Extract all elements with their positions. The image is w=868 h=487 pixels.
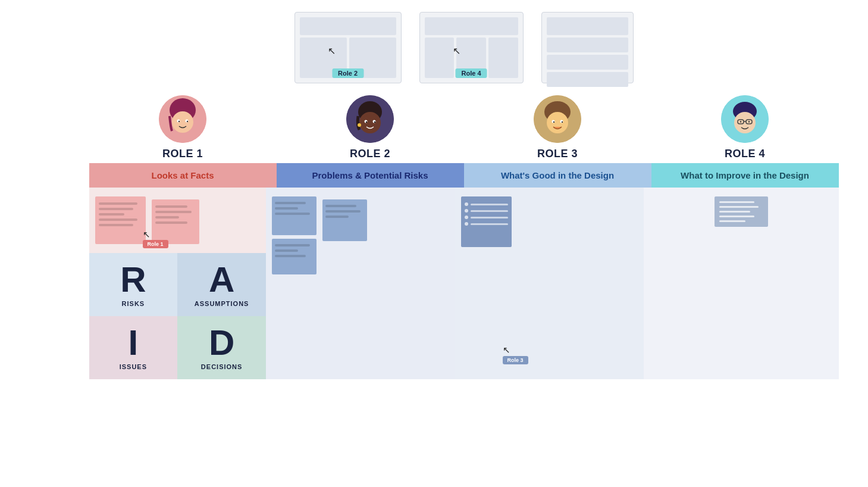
content-row: ↖ Role 1 [89,188,839,379]
raid-word-d: DECISIONS [201,363,243,370]
avatars-row: ROLE 1 [89,89,839,163]
raid-a: A ASSUMPTIONS [177,253,266,316]
raid-word-a: ASSUMPTIONS [195,300,249,307]
svg-point-9 [359,112,381,133]
raid-word-r: RISKS [122,300,145,307]
screen-label-2: Role 4 [455,68,487,78]
role-title-2: ROLE 2 [350,148,390,160]
screen-mockup-1: ↖ Role 2 [294,12,402,83]
svg-point-21 [562,121,563,123]
role3-note [461,196,512,247]
svg-point-6 [187,121,188,122]
sticky-1 [95,196,146,244]
raid-d: D DECISIONS [177,316,266,379]
screen-block-2a [425,38,455,78]
screen-block-3d [547,72,628,87]
screen-mockup-2: ↖ Role 4 [419,12,524,83]
color-bars: Looks at Facts Problems & Potential Risk… [89,163,839,188]
bar-label-4: What to Improve in the Design [681,170,809,180]
svg-point-14 [358,123,361,127]
svg-point-13 [374,121,375,123]
sticky-2 [152,199,199,244]
svg-point-12 [366,121,367,123]
svg-point-20 [553,121,554,123]
role-title-1: ROLE 1 [162,148,203,160]
raid-letter-r: R [120,262,146,298]
svg-point-28 [740,121,741,122]
cursor-icon-1: ↖ [328,45,336,57]
role-column-3: ROLE 3 [464,89,651,163]
bar-label-2: Problems & Potential Risks [312,170,428,180]
roles-section: ROLE 1 [89,89,839,379]
screens-row: ↖ Role 2 ↖ Role 4 [294,12,634,83]
avatar-role4 [721,95,769,143]
role1-notes: ↖ Role 1 [89,188,267,253]
role-title-4: ROLE 4 [725,148,765,160]
raid-letter-a: A [209,262,234,298]
raid-i: I ISSUES [89,316,178,379]
avatar-role3 [534,95,581,143]
raid-word-i: ISSUES [120,363,147,370]
role4-content [644,188,839,379]
role-column-1: ROLE 1 [89,89,277,163]
role-column-4: ROLE 4 [651,89,839,163]
cursor-role3: ↖ [503,345,510,355]
screen-inner-3 [542,13,633,83]
color-bar-1: Looks at Facts [89,163,277,188]
color-bar-2: Problems & Potential Risks [277,163,464,188]
role1-content: ↖ Role 1 [89,188,267,379]
role3-content: ↖ Role 3 [455,188,644,379]
screen-block-2c [488,38,518,78]
note-label-role3: Role 3 [503,356,528,364]
note-label-role1: Role 1 [143,240,168,248]
svg-point-5 [178,121,180,122]
bar-label-3: What's Good in the Design [501,170,614,180]
role2-note-3 [322,199,367,241]
screen-label-1: Role 2 [332,68,364,78]
role2-content [266,188,455,379]
cursor-role1: ↖ [143,229,151,240]
raid-letter-d: D [209,325,234,361]
raid-letter-i: I [129,325,139,361]
role4-note [715,196,768,227]
screen-block-3a [547,17,628,35]
bar-label-1: Looks at Facts [151,170,214,180]
screen-top-2 [425,17,518,35]
screen-mockup-3 [541,12,634,83]
cursor-icon-2: ↖ [453,45,460,57]
role-title-3: ROLE 3 [537,148,578,160]
raid-r: R RISKS [89,253,178,316]
avatar-role2 [346,95,394,143]
role2-note-2 [272,239,317,274]
role-column-2: ROLE 2 [277,89,464,163]
screen-top-bar [300,17,396,35]
main-container: ↖ Role 2 ↖ Role 4 [0,0,868,487]
role2-note-1 [272,196,317,235]
avatar-role1 [159,95,206,143]
color-bar-4: What to Improve in the Design [651,163,839,188]
svg-point-17 [547,112,568,133]
svg-point-29 [748,121,750,122]
screen-block-3b [547,38,628,52]
role2-notes-left [272,196,317,274]
svg-point-2 [172,111,193,133]
screen-block-3c [547,55,628,70]
raid-grid: R RISKS A ASSUMPTIONS I ISSUES D DECISIO… [89,253,267,379]
color-bar-3: What's Good in the Design [464,163,651,188]
